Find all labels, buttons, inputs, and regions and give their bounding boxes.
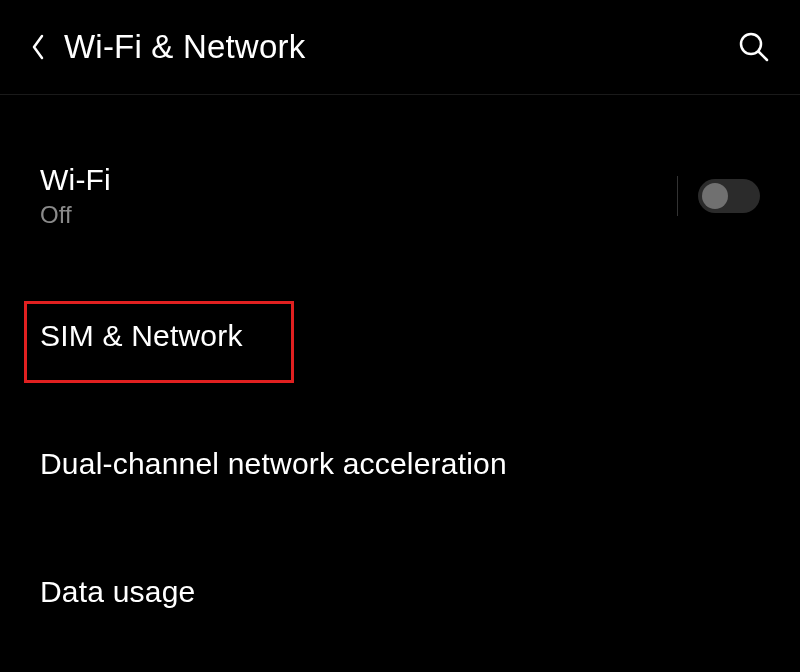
spacer (0, 381, 800, 419)
header-left: Wi-Fi & Network (30, 28, 305, 66)
wifi-title: Wi-Fi (40, 163, 111, 197)
data-title: Data usage (40, 575, 195, 609)
sim-text: SIM & Network (40, 319, 243, 353)
sim-title: SIM & Network (40, 319, 243, 353)
back-button[interactable] (30, 33, 46, 61)
dual-channel-item[interactable]: Dual-channel network acceleration (0, 419, 800, 509)
chevron-left-icon (30, 33, 46, 61)
settings-list: Wi-Fi Off SIM & Network Dual-channel net… (0, 95, 800, 637)
data-usage-item[interactable]: Data usage (0, 547, 800, 637)
toggle-knob (702, 183, 728, 209)
sim-network-item[interactable]: SIM & Network (0, 291, 800, 381)
page-title: Wi-Fi & Network (64, 28, 305, 66)
search-icon (738, 31, 770, 63)
data-text: Data usage (40, 575, 195, 609)
divider (677, 176, 678, 216)
spacer (0, 257, 800, 291)
wifi-text: Wi-Fi Off (40, 163, 111, 229)
dual-text: Dual-channel network acceleration (40, 447, 507, 481)
wifi-status: Off (40, 201, 111, 229)
spacer (0, 509, 800, 547)
wifi-toggle-wrap (677, 176, 760, 216)
wifi-toggle[interactable] (698, 179, 760, 213)
search-button[interactable] (738, 31, 770, 63)
svg-point-0 (741, 34, 761, 54)
header: Wi-Fi & Network (0, 0, 800, 95)
wifi-item[interactable]: Wi-Fi Off (0, 135, 800, 257)
dual-title: Dual-channel network acceleration (40, 447, 507, 481)
svg-line-1 (759, 52, 767, 60)
